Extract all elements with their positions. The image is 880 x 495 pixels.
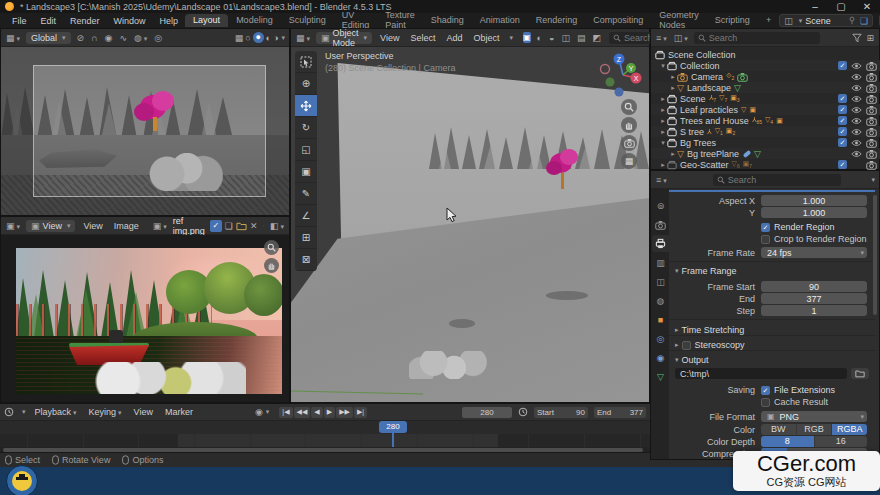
pan-hand-button[interactable] — [621, 117, 637, 133]
editor-type-icon[interactable]: ▦▾ — [296, 33, 310, 43]
tab-object[interactable]: ■ — [652, 311, 669, 328]
outliner-search-input[interactable]: Search — [694, 32, 820, 44]
xray-toggle-icon[interactable]: ▦ — [235, 33, 244, 43]
shading-wireframe-icon[interactable]: ○ — [245, 33, 250, 43]
render-camera-icon[interactable] — [866, 94, 877, 104]
menu-help[interactable]: Help — [160, 16, 179, 26]
maximize-button[interactable]: ▢ — [828, 1, 854, 12]
menu-image[interactable]: Image — [114, 221, 139, 231]
filter-icon[interactable] — [852, 33, 862, 43]
menu-render[interactable]: Render — [70, 16, 100, 26]
outliner-row[interactable]: ▸ ▽ Landscape ▽ — [651, 82, 880, 93]
render-camera-icon[interactable] — [866, 72, 877, 82]
tool-add-cube[interactable]: ⊞ — [295, 227, 317, 249]
tab-scene[interactable]: ◫ — [652, 273, 669, 290]
play-reverse-button[interactable]: ◀ — [311, 407, 322, 418]
render-camera-icon[interactable] — [866, 83, 877, 93]
depth-16-option[interactable]: 16 — [815, 436, 868, 447]
image-name[interactable]: ref img.png — [173, 216, 205, 236]
navigation-gizmo[interactable]: Z X Y — [599, 49, 647, 97]
tool-rotate[interactable]: ↻ — [295, 117, 317, 139]
menu-edit[interactable]: Edit — [41, 16, 57, 26]
secondary-viewport-canvas[interactable] — [1, 47, 289, 215]
main-viewport-canvas[interactable]: User Perspective (280) Scene Collection … — [291, 47, 649, 402]
end-field[interactable]: 377 — [761, 293, 867, 304]
depth-8-option[interactable]: 8 — [761, 436, 815, 447]
snap-target-icon[interactable]: ⊘ — [77, 33, 85, 43]
outliner-item-label[interactable]: Scene — [680, 94, 706, 104]
editor-type-icon[interactable]: ▦▾ — [6, 33, 20, 43]
exclude-checkbox[interactable]: ✓ — [838, 138, 847, 147]
aspect-x-field[interactable]: 1.000 — [761, 195, 867, 206]
render-camera-icon[interactable] — [866, 105, 877, 115]
properties-scrollbar[interactable] — [873, 195, 877, 315]
transform-orientation-dropdown[interactable]: Global▾ — [26, 32, 71, 44]
expand-icon[interactable]: ▸ — [659, 106, 667, 114]
outliner-row[interactable]: ▸ Camera ⟐2 — [651, 71, 880, 82]
end-frame-field[interactable]: End377 — [594, 407, 646, 418]
file-format-dropdown[interactable]: ▣ PNG▾ — [761, 411, 867, 422]
new-collection-icon[interactable]: ⊞ — [866, 33, 874, 43]
tab-tool[interactable]: ⊚ — [652, 197, 669, 214]
tool-move[interactable] — [295, 95, 317, 117]
tool-cursor[interactable]: ⊕ — [295, 73, 317, 95]
menu-view[interactable]: View — [380, 33, 399, 43]
snap-magnet-icon[interactable]: ∩ — [91, 33, 97, 43]
exclude-checkbox[interactable]: ✓ — [838, 105, 847, 114]
fake-user-toggle[interactable]: ✓ — [210, 220, 222, 232]
expand-icon[interactable]: ▸ — [659, 128, 667, 136]
menu-view[interactable]: View — [134, 407, 153, 417]
outliner-item-label[interactable]: S tree — [680, 127, 704, 137]
tool-annotate[interactable]: ✎ — [295, 183, 317, 205]
tab-render[interactable] — [652, 216, 669, 233]
aspect-y-field[interactable]: 1.000 — [761, 207, 867, 218]
pin-icon[interactable] — [848, 16, 856, 25]
prev-keyframe-button[interactable]: ◀◀ — [294, 407, 311, 418]
expand-icon[interactable]: ▸ — [669, 73, 677, 81]
eye-icon[interactable] — [851, 95, 862, 103]
menu-add[interactable]: Add — [446, 33, 462, 43]
zoom-button[interactable] — [621, 99, 637, 115]
auto-keying-record-icon[interactable]: ◉ — [255, 407, 263, 417]
play-button[interactable]: ▶ — [324, 407, 335, 418]
image-editor-canvas[interactable] — [1, 235, 289, 402]
eye-icon[interactable] — [851, 62, 862, 70]
tab-output[interactable] — [652, 235, 669, 252]
sphere-dropdown-icon[interactable]: ◍▾ — [134, 33, 147, 43]
timeline-tracks[interactable] — [0, 434, 650, 447]
transform-pivot-icon[interactable]: ◎ — [154, 33, 162, 43]
exclude-checkbox[interactable]: ✓ — [838, 127, 847, 136]
menu-object[interactable]: Object — [473, 33, 499, 43]
outliner-item-label[interactable]: Collection — [680, 61, 720, 71]
start-frame-field[interactable]: Start90 — [534, 407, 588, 418]
falloff-icon[interactable]: ∿ — [119, 33, 127, 43]
expand-icon[interactable]: ▾ — [659, 62, 667, 70]
open-output-folder-button[interactable] — [851, 368, 869, 379]
zoom-button[interactable] — [264, 240, 279, 255]
stereoscopy-section[interactable]: ▸ Stereoscopy — [673, 340, 745, 350]
pan-hand-button[interactable] — [264, 258, 279, 273]
minimize-button[interactable]: – — [802, 1, 828, 12]
outliner-item-label[interactable]: Scene Collection — [668, 50, 736, 60]
eye-icon[interactable] — [851, 84, 862, 92]
jump-to-end-button[interactable]: ▶| — [354, 407, 367, 418]
menu-select[interactable]: Select — [410, 33, 435, 43]
outliner-item-label[interactable]: Geo-Scatter — [680, 160, 729, 170]
outliner-row[interactable]: ▸ Leaf practicles ▽ ▣ ✓ — [651, 104, 880, 115]
outliner-row[interactable]: ▸ S tree Y ▽1 ▣2 ✓ — [651, 126, 880, 137]
outliner-item-label[interactable]: Bg treePlane — [687, 149, 739, 159]
visibility-toggle-icon[interactable]: ▣ — [523, 32, 531, 43]
eye-icon[interactable] — [851, 106, 862, 114]
workspace-tab-sculpting[interactable]: Sculpting — [281, 14, 334, 27]
scene-selector[interactable]: ◫▾ Scene ❏ — [779, 14, 873, 27]
eye-icon[interactable] — [851, 150, 862, 158]
outliner-item-label[interactable]: Camera — [691, 72, 723, 82]
new-scene-icon[interactable]: ❏ — [860, 16, 868, 26]
file-extensions-checkbox[interactable]: ✓ — [761, 386, 770, 395]
shading-icon[interactable]: ▤ — [577, 33, 586, 43]
tool-scale[interactable]: ◱ — [295, 139, 317, 161]
expand-icon[interactable]: ▾ — [659, 139, 667, 147]
header-options-chevron[interactable]: ▾ — [871, 176, 875, 184]
workspace-tab-shading[interactable]: Shading — [423, 14, 472, 27]
proportional-edit-icon[interactable]: ◉ — [105, 33, 113, 43]
